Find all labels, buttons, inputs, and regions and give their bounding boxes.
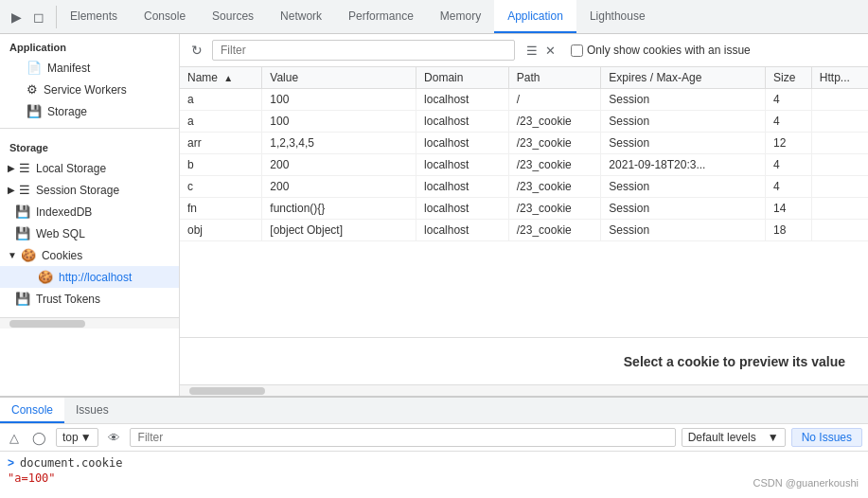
sidebar-storage-label: Storage bbox=[47, 105, 87, 118]
cell-size: 4 bbox=[765, 89, 811, 111]
sidebar-item-storage[interactable]: 💾 Storage bbox=[0, 100, 179, 122]
tab-console[interactable]: Console bbox=[131, 0, 199, 33]
devtools-icons: ▶ ◻ bbox=[0, 6, 57, 28]
col-header-expires[interactable]: Expires / Max-Age bbox=[601, 67, 766, 89]
content-pane: ↻ ☰ ✕ Only show cookies with an issue bbox=[180, 34, 868, 396]
cell-path: / bbox=[508, 89, 601, 111]
only-issues-checkbox[interactable] bbox=[571, 44, 583, 57]
table-row[interactable]: c200localhost/23_cookieSession4 bbox=[180, 176, 868, 198]
cell-expires: Session bbox=[601, 89, 766, 111]
service-workers-icon: ⚙ bbox=[27, 82, 38, 97]
table-row[interactable]: arr1,2,3,4,5localhost/23_cookieSession12 bbox=[180, 133, 868, 154]
cell-name: obj bbox=[180, 220, 262, 241]
cell-name: arr bbox=[180, 133, 262, 154]
cell-value: 100 bbox=[262, 89, 416, 111]
cell-http bbox=[811, 111, 868, 133]
context-selector[interactable]: top ▼ bbox=[56, 428, 98, 447]
filter-options-icon[interactable]: ☰ bbox=[524, 42, 540, 60]
col-header-http[interactable]: Http... bbox=[811, 67, 868, 89]
sidebar-item-trust-tokens[interactable]: 💾 Trust Tokens bbox=[0, 288, 179, 310]
cell-value: 100 bbox=[262, 111, 416, 133]
only-issues-checkbox-label[interactable]: Only show cookies with an issue bbox=[571, 44, 751, 57]
levels-selector[interactable]: Default levels ▼ bbox=[682, 428, 786, 447]
cell-expires: Session bbox=[601, 176, 766, 198]
cell-path: /23_cookie bbox=[508, 220, 601, 241]
sidebar-scrollbar[interactable] bbox=[0, 317, 179, 329]
manifest-icon: 📄 bbox=[27, 61, 42, 75]
bottom-tab-console[interactable]: Console bbox=[0, 398, 64, 423]
cell-expires: Session bbox=[601, 198, 766, 220]
inspect-icon[interactable]: ▶ bbox=[8, 6, 26, 28]
cell-domain: localhost bbox=[416, 220, 509, 241]
sidebar-group-cookies[interactable]: ▼ 🍪 Cookies bbox=[0, 244, 179, 266]
sidebar-item-localhost[interactable]: 🍪 http://localhost bbox=[0, 266, 179, 288]
tab-memory[interactable]: Memory bbox=[427, 0, 494, 33]
tab-performance[interactable]: Performance bbox=[335, 0, 427, 33]
cell-expires: Session bbox=[601, 111, 766, 133]
col-header-domain[interactable]: Domain bbox=[416, 67, 509, 89]
col-header-name[interactable]: Name ▲ bbox=[180, 67, 262, 89]
clear-console-button[interactable]: △ bbox=[6, 429, 23, 447]
sidebar-item-service-workers[interactable]: ⚙ Service Workers bbox=[0, 79, 179, 100]
cell-value: 200 bbox=[262, 176, 416, 198]
sidebar-item-manifest[interactable]: 📄 Manifest bbox=[0, 57, 179, 79]
sidebar-group-session-storage[interactable]: ▶ ☰ Session Storage bbox=[0, 179, 179, 201]
session-storage-icon: ☰ bbox=[19, 183, 30, 197]
sidebar-scrollbar-thumb[interactable] bbox=[9, 320, 85, 328]
cell-domain: localhost bbox=[416, 133, 509, 154]
sidebar-item-web-sql[interactable]: 💾 Web SQL bbox=[0, 222, 179, 244]
cell-name: fn bbox=[180, 198, 262, 220]
cell-http bbox=[811, 176, 868, 198]
table-row[interactable]: fnfunction(){}localhost/23_cookieSession… bbox=[180, 198, 868, 220]
cell-size: 4 bbox=[765, 154, 811, 176]
cookies-table-wrap: Name ▲ Value Domain Path Expires / Max-A… bbox=[180, 67, 868, 337]
local-storage-arrow: ▶ bbox=[8, 163, 15, 173]
console-input-text: document.cookie bbox=[20, 456, 122, 470]
cell-http bbox=[811, 198, 868, 220]
tab-network[interactable]: Network bbox=[267, 0, 335, 33]
table-row[interactable]: b200localhost/23_cookie2021-09-18T20:3..… bbox=[180, 154, 868, 176]
trust-tokens-icon: 💾 bbox=[15, 292, 30, 306]
sidebar-item-indexeddb[interactable]: 💾 IndexedDB bbox=[0, 201, 179, 222]
sidebar-web-sql-label: Web SQL bbox=[36, 227, 85, 240]
stop-button[interactable]: ◯ bbox=[28, 429, 50, 447]
local-storage-icon: ☰ bbox=[19, 161, 30, 175]
tab-application[interactable]: Application bbox=[494, 0, 576, 33]
cell-path: /23_cookie bbox=[508, 133, 601, 154]
cell-http bbox=[811, 154, 868, 176]
tab-sources[interactable]: Sources bbox=[199, 0, 267, 33]
h-scrollbar-thumb[interactable] bbox=[189, 387, 265, 395]
col-header-size[interactable]: Size bbox=[765, 67, 811, 89]
filter-input[interactable] bbox=[212, 40, 515, 61]
table-row[interactable]: a100localhost/23_cookieSession4 bbox=[180, 111, 868, 133]
col-header-path[interactable]: Path bbox=[508, 67, 601, 89]
filter-icons: ☰ ✕ bbox=[524, 42, 558, 60]
cell-expires: 2021-09-18T20:3... bbox=[601, 154, 766, 176]
cell-value: 200 bbox=[262, 154, 416, 176]
table-row[interactable]: obj[object Object]localhost/23_cookieSes… bbox=[180, 220, 868, 241]
cookies-icon: 🍪 bbox=[21, 248, 36, 262]
bottom-tab-issues[interactable]: Issues bbox=[64, 398, 120, 423]
table-row[interactable]: a100localhost/Session4 bbox=[180, 89, 868, 111]
only-issues-text: Only show cookies with an issue bbox=[587, 44, 751, 57]
no-issues-button[interactable]: No Issues bbox=[791, 428, 862, 447]
refresh-button[interactable]: ↻ bbox=[187, 41, 206, 60]
clear-filter-icon[interactable]: ✕ bbox=[543, 42, 558, 60]
device-icon[interactable]: ◻ bbox=[29, 6, 48, 28]
cell-domain: localhost bbox=[416, 176, 509, 198]
cell-domain: localhost bbox=[416, 154, 509, 176]
tab-lighthouse[interactable]: Lighthouse bbox=[576, 0, 659, 33]
eye-icon-button[interactable]: 👁 bbox=[104, 429, 124, 447]
sidebar-trust-tokens-label: Trust Tokens bbox=[36, 293, 100, 306]
preview-text: Select a cookie to preview its value bbox=[624, 354, 845, 369]
h-scrollbar[interactable] bbox=[180, 384, 868, 396]
tab-elements[interactable]: Elements bbox=[57, 0, 131, 33]
indexeddb-icon: 💾 bbox=[15, 205, 30, 219]
bottom-panel: Console Issues △ ◯ top ▼ 👁 Default level… bbox=[0, 396, 868, 498]
cell-expires: Session bbox=[601, 133, 766, 154]
col-header-value[interactable]: Value bbox=[262, 67, 416, 89]
sidebar-group-local-storage[interactable]: ▶ ☰ Local Storage bbox=[0, 157, 179, 179]
sidebar-local-storage-label: Local Storage bbox=[36, 162, 106, 175]
console-filter-input[interactable] bbox=[130, 428, 676, 447]
sort-arrow-name: ▲ bbox=[223, 73, 233, 83]
